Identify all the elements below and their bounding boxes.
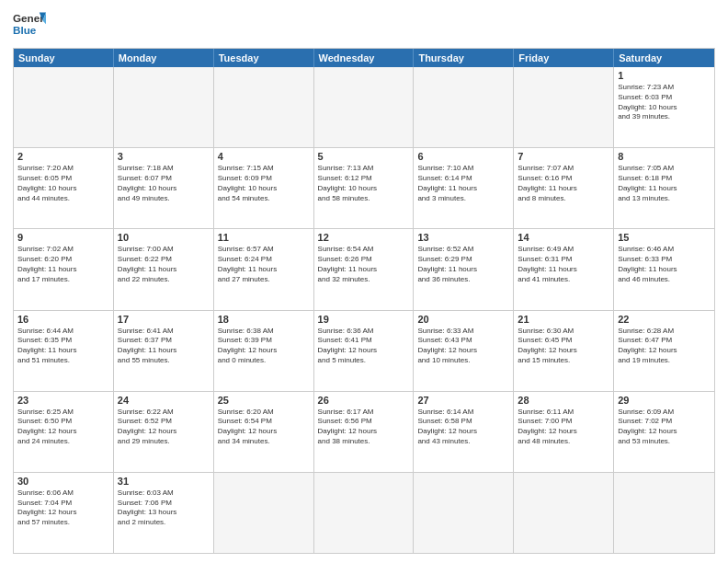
calendar-cell (314, 67, 415, 147)
svg-text:Blue: Blue (13, 24, 37, 36)
calendar-cell (514, 67, 614, 147)
day-number: 20 (417, 314, 509, 325)
calendar-cell: 19Sunrise: 6:36 AM Sunset: 6:41 PM Dayli… (314, 311, 415, 391)
day-info: Sunrise: 7:00 AM Sunset: 6:22 PM Dayligh… (118, 245, 210, 284)
calendar-row: 30Sunrise: 6:06 AM Sunset: 7:04 PM Dayli… (14, 473, 714, 553)
weekday-header: Friday (514, 49, 614, 67)
calendar-cell: 2Sunrise: 7:20 AM Sunset: 6:05 PM Daylig… (14, 148, 114, 228)
calendar-cell: 26Sunrise: 6:17 AM Sunset: 6:56 PM Dayli… (314, 392, 415, 472)
day-number: 7 (518, 151, 609, 162)
calendar-cell: 28Sunrise: 6:11 AM Sunset: 7:00 PM Dayli… (514, 392, 614, 472)
day-info: Sunrise: 6:20 AM Sunset: 6:54 PM Dayligh… (218, 408, 310, 447)
day-number: 22 (618, 314, 711, 325)
day-info: Sunrise: 7:23 AM Sunset: 6:03 PM Dayligh… (618, 83, 711, 122)
weekday-header: Tuesday (214, 49, 314, 67)
calendar-cell: 27Sunrise: 6:14 AM Sunset: 6:58 PM Dayli… (414, 392, 514, 472)
day-number: 4 (218, 151, 310, 162)
day-number: 18 (218, 314, 310, 325)
calendar-cell: 31Sunrise: 6:03 AM Sunset: 7:06 PM Dayli… (114, 473, 214, 553)
logo: General Blue (13, 9, 46, 42)
day-info: Sunrise: 6:44 AM Sunset: 6:35 PM Dayligh… (17, 327, 109, 366)
day-number: 9 (17, 232, 109, 243)
calendar-cell: 9Sunrise: 7:02 AM Sunset: 6:20 PM Daylig… (14, 229, 114, 309)
day-number: 8 (618, 151, 711, 162)
calendar-cell: 13Sunrise: 6:52 AM Sunset: 6:29 PM Dayli… (414, 229, 514, 309)
weekday-header: Thursday (414, 49, 514, 67)
day-number: 30 (17, 476, 109, 487)
day-number: 23 (17, 395, 109, 406)
calendar-cell (214, 67, 314, 147)
weekday-header: Saturday (614, 49, 714, 67)
day-info: Sunrise: 6:14 AM Sunset: 6:58 PM Dayligh… (417, 408, 509, 447)
calendar-row: 2Sunrise: 7:20 AM Sunset: 6:05 PM Daylig… (14, 148, 714, 229)
day-number: 21 (518, 314, 609, 325)
day-info: Sunrise: 6:06 AM Sunset: 7:04 PM Dayligh… (17, 488, 109, 528)
day-number: 26 (318, 395, 410, 406)
calendar-cell: 11Sunrise: 6:57 AM Sunset: 6:24 PM Dayli… (214, 229, 314, 309)
day-info: Sunrise: 6:09 AM Sunset: 7:02 PM Dayligh… (618, 408, 711, 447)
calendar-cell: 8Sunrise: 7:05 AM Sunset: 6:18 PM Daylig… (614, 148, 714, 228)
calendar-cell: 23Sunrise: 6:25 AM Sunset: 6:50 PM Dayli… (14, 392, 114, 472)
calendar-cell: 4Sunrise: 7:15 AM Sunset: 6:09 PM Daylig… (214, 148, 314, 228)
calendar-cell: 6Sunrise: 7:10 AM Sunset: 6:14 PM Daylig… (414, 148, 514, 228)
day-info: Sunrise: 7:05 AM Sunset: 6:18 PM Dayligh… (618, 164, 711, 203)
day-info: Sunrise: 6:11 AM Sunset: 7:00 PM Dayligh… (518, 408, 609, 447)
calendar-cell (114, 67, 214, 147)
day-info: Sunrise: 7:18 AM Sunset: 6:07 PM Dayligh… (118, 164, 210, 203)
day-info: Sunrise: 6:30 AM Sunset: 6:45 PM Dayligh… (518, 327, 609, 366)
calendar-cell: 12Sunrise: 6:54 AM Sunset: 6:26 PM Dayli… (314, 229, 415, 309)
day-number: 17 (118, 314, 210, 325)
day-number: 19 (318, 314, 410, 325)
day-number: 5 (318, 151, 410, 162)
day-number: 2 (17, 151, 109, 162)
calendar-row: 23Sunrise: 6:25 AM Sunset: 6:50 PM Dayli… (14, 392, 714, 473)
day-number: 31 (118, 476, 210, 487)
day-number: 11 (218, 232, 310, 243)
calendar-cell: 7Sunrise: 7:07 AM Sunset: 6:16 PM Daylig… (514, 148, 614, 228)
calendar-cell: 29Sunrise: 6:09 AM Sunset: 7:02 PM Dayli… (614, 392, 714, 472)
calendar-cell: 14Sunrise: 6:49 AM Sunset: 6:31 PM Dayli… (514, 229, 614, 309)
calendar-cell (14, 67, 114, 147)
day-info: Sunrise: 7:15 AM Sunset: 6:09 PM Dayligh… (218, 164, 310, 203)
day-number: 13 (417, 232, 509, 243)
calendar: SundayMondayTuesdayWednesdayThursdayFrid… (13, 48, 715, 554)
calendar-cell (514, 473, 614, 553)
calendar-cell (314, 473, 415, 553)
day-number: 3 (118, 151, 210, 162)
calendar-cell (414, 67, 514, 147)
day-number: 24 (118, 395, 210, 406)
day-number: 25 (218, 395, 310, 406)
day-info: Sunrise: 6:33 AM Sunset: 6:43 PM Dayligh… (417, 327, 509, 366)
day-info: Sunrise: 6:03 AM Sunset: 7:06 PM Dayligh… (118, 488, 210, 528)
day-number: 6 (417, 151, 509, 162)
day-info: Sunrise: 7:20 AM Sunset: 6:05 PM Dayligh… (17, 164, 109, 203)
calendar-cell: 15Sunrise: 6:46 AM Sunset: 6:33 PM Dayli… (614, 229, 714, 309)
day-info: Sunrise: 6:41 AM Sunset: 6:37 PM Dayligh… (118, 327, 210, 366)
logo-icon: General Blue (13, 9, 46, 42)
calendar-cell: 18Sunrise: 6:38 AM Sunset: 6:39 PM Dayli… (214, 311, 314, 391)
day-number: 27 (417, 395, 509, 406)
day-info: Sunrise: 6:22 AM Sunset: 6:52 PM Dayligh… (118, 408, 210, 447)
calendar-cell: 17Sunrise: 6:41 AM Sunset: 6:37 PM Dayli… (114, 311, 214, 391)
calendar-cell (614, 473, 714, 553)
day-number: 29 (618, 395, 711, 406)
day-number: 28 (518, 395, 609, 406)
day-info: Sunrise: 6:52 AM Sunset: 6:29 PM Dayligh… (417, 245, 509, 284)
day-info: Sunrise: 6:49 AM Sunset: 6:31 PM Dayligh… (518, 245, 609, 284)
calendar-row: 16Sunrise: 6:44 AM Sunset: 6:35 PM Dayli… (14, 311, 714, 392)
calendar-body: 1Sunrise: 7:23 AM Sunset: 6:03 PM Daylig… (14, 67, 714, 553)
calendar-header: SundayMondayTuesdayWednesdayThursdayFrid… (14, 49, 714, 67)
weekday-header: Wednesday (314, 49, 415, 67)
day-info: Sunrise: 6:46 AM Sunset: 6:33 PM Dayligh… (618, 245, 711, 284)
day-info: Sunrise: 6:57 AM Sunset: 6:24 PM Dayligh… (218, 245, 310, 284)
header: General Blue (13, 9, 715, 42)
calendar-row: 1Sunrise: 7:23 AM Sunset: 6:03 PM Daylig… (14, 67, 714, 148)
day-info: Sunrise: 7:10 AM Sunset: 6:14 PM Dayligh… (417, 164, 509, 203)
day-info: Sunrise: 6:54 AM Sunset: 6:26 PM Dayligh… (318, 245, 410, 284)
calendar-cell: 30Sunrise: 6:06 AM Sunset: 7:04 PM Dayli… (14, 473, 114, 553)
day-info: Sunrise: 7:02 AM Sunset: 6:20 PM Dayligh… (17, 245, 109, 284)
calendar-cell (414, 473, 514, 553)
calendar-cell: 1Sunrise: 7:23 AM Sunset: 6:03 PM Daylig… (614, 67, 714, 147)
day-number: 14 (518, 232, 609, 243)
day-number: 12 (318, 232, 410, 243)
